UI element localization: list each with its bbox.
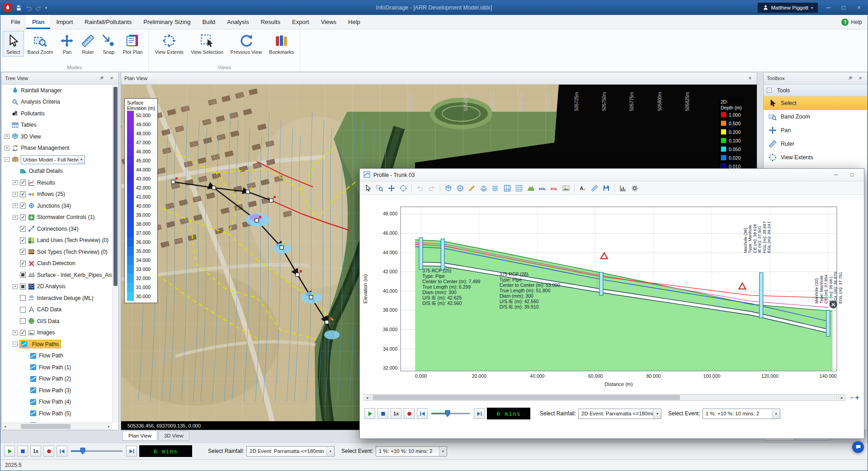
rainfall-dropdown[interactable]: 2D Event: Parramatta <=180min▾	[246, 446, 335, 457]
play-button[interactable]	[4, 446, 15, 457]
scroll-left-icon[interactable]: ◂	[2, 424, 8, 428]
tree-item-outfall-details[interactable]: Outfall Details	[2, 166, 112, 177]
cross-sections-icon[interactable]	[502, 183, 513, 194]
tree-item-images[interactable]: +Images	[2, 327, 112, 339]
tree-checkbox[interactable]	[20, 180, 26, 186]
rainfall-dropdown[interactable]: 2D Event: Parramatta <=180min▾	[578, 409, 661, 419]
profile-window-titlebar[interactable]: Profile - Trunk 03 ─ □	[360, 169, 864, 181]
settings-icon[interactable]	[629, 183, 640, 194]
tree-item-interactive-deluge-ml[interactable]: Interactive Deluge (ML)	[2, 292, 112, 304]
tree-expander-icon[interactable]: +	[13, 180, 18, 185]
tree-item-urban-model-full-network-sto[interactable]: −Urban Model - Full Network (Sto▾	[2, 154, 112, 166]
pin-icon[interactable]	[98, 76, 105, 81]
menu-tab-file[interactable]: File	[5, 15, 26, 29]
event-dropdown[interactable]: 1 %: +10 %: 10 mins: 2▾	[376, 446, 447, 457]
record-button[interactable]	[43, 446, 54, 457]
toolbox-item-pan[interactable]: Pan	[764, 124, 867, 137]
tools-section-header[interactable]: − Tools	[764, 85, 867, 96]
menu-tab-rainfall-pollutants[interactable]: Rainfall/Pollutants	[79, 15, 137, 29]
snap-button[interactable]: Snap	[98, 31, 119, 57]
menu-tab-plan[interactable]: Plan	[26, 15, 50, 29]
menu-tab-views[interactable]: Views	[315, 15, 342, 29]
tree-expander-icon[interactable]: +	[5, 134, 9, 139]
profile-scrollbar[interactable]	[372, 394, 837, 401]
pan-icon[interactable]	[386, 183, 397, 194]
pin-icon[interactable]	[847, 76, 854, 81]
scroll-right-icon[interactable]: ▸	[106, 424, 112, 428]
tree-vertical-scrollbar[interactable]	[112, 85, 118, 423]
tree-horizontal-scrollbar[interactable]: ◂ ▸	[2, 423, 112, 430]
play-button[interactable]	[364, 408, 375, 419]
view-extents-icon[interactable]	[398, 183, 409, 194]
tree-item-pollutants[interactable]: Pollutants	[2, 108, 112, 119]
tree-item-phase-management[interactable]: +Phase Management	[2, 143, 112, 154]
tree-item-flow-path-4[interactable]: Flow Path (4)	[2, 396, 112, 408]
zoom-window-icon[interactable]	[374, 183, 385, 194]
event-dropdown[interactable]: 1 %: +10 %: 10 mins: 2▾	[703, 409, 780, 419]
tree-checkbox[interactable]	[20, 226, 26, 232]
menu-tab-build[interactable]: Build	[196, 15, 221, 29]
tree-item-land-uses-tech-preview-0[interactable]: Land Uses (Tech Preview) (0)	[2, 235, 112, 247]
customize-icon[interactable]: ▾	[45, 6, 47, 10]
maximize-button[interactable]: □	[844, 169, 860, 181]
tree-expander-icon[interactable]: +	[13, 203, 18, 208]
select-icon[interactable]	[363, 183, 373, 194]
toolbox-item-ruler[interactable]: Ruler	[764, 137, 867, 151]
chart-options-icon[interactable]	[618, 183, 628, 194]
tree-expander-icon[interactable]: −	[13, 342, 18, 347]
compass-icon[interactable]	[455, 183, 466, 194]
redo-icon[interactable]	[426, 183, 437, 194]
stop-button[interactable]	[17, 446, 28, 457]
tree-expander-icon[interactable]: +	[13, 192, 18, 197]
skip-end-button[interactable]	[126, 446, 137, 457]
view-tab-3d-view[interactable]: 3D View	[158, 431, 189, 441]
tree-item-flow-paths[interactable]: −Flow Paths	[2, 338, 112, 350]
menu-tab-export[interactable]: Export	[286, 15, 315, 29]
tree-checkbox[interactable]	[20, 272, 26, 278]
tree-item-flow-path-1[interactable]: Flow Path (1)	[2, 362, 112, 373]
toolbox-item-select[interactable]: Select	[764, 96, 867, 110]
speed-button[interactable]: 1x	[30, 446, 41, 457]
undo-icon[interactable]	[415, 183, 425, 194]
tree-item-connections-34[interactable]: Connections (34)	[2, 223, 112, 235]
tree-checkbox[interactable]	[20, 203, 26, 209]
tree-checkbox[interactable]	[20, 330, 26, 336]
maximize-button[interactable]: □	[836, 0, 851, 15]
close-icon[interactable]: ×	[108, 75, 115, 81]
tree-checkbox[interactable]	[20, 307, 26, 313]
tree-item-inflows-25[interactable]: +Inflows (25)	[2, 189, 112, 200]
redo-icon[interactable]	[35, 5, 42, 11]
bookmarks-button[interactable]: Bookmarks	[265, 31, 297, 57]
tree-expander-icon[interactable]: −	[5, 157, 9, 162]
view-selection-button[interactable]: View Selection	[187, 31, 227, 57]
plot-plan-button[interactable]: Plot Plan	[119, 31, 146, 57]
tree-item-junctions-34[interactable]: +Junctions (34)	[2, 200, 112, 212]
view-tab-plan-view[interactable]: Plan View	[123, 431, 157, 441]
close-icon[interactable]: ×	[857, 75, 864, 81]
toolbox-item-view-extents[interactable]: View Extents	[764, 151, 867, 164]
profile-chart[interactable]: 32.00034.00036.00038.00040.00042.00044.0…	[361, 195, 863, 390]
tree-checkbox[interactable]	[20, 284, 26, 290]
tree-item-3d-view[interactable]: +3D View	[2, 131, 112, 143]
undo-icon[interactable]	[25, 5, 32, 11]
hgl-icon[interactable]: HGL	[537, 183, 548, 194]
tree-item-gis-data[interactable]: GIS Data	[2, 315, 112, 327]
tree-item-rainfall-manager[interactable]: Rainfall Manager	[2, 85, 112, 96]
tree-expander-icon[interactable]: +	[13, 284, 18, 289]
tree-item-stormwater-controls-1[interactable]: +Stormwater Controls (1)	[2, 212, 112, 224]
menu-tab-results[interactable]: Results	[255, 15, 286, 29]
tree-item-results[interactable]: +Results	[2, 177, 112, 189]
tree-item-flow-path-5[interactable]: Flow Path (5)	[2, 408, 112, 419]
ruler-button[interactable]: Ruler	[77, 31, 98, 57]
view-extents-button[interactable]: View Extents	[151, 31, 187, 57]
band-zoom-button[interactable]: Band Zoom	[24, 31, 57, 57]
time-slider[interactable]	[430, 409, 472, 419]
tree-item-flow-path[interactable]: Flow Path	[2, 350, 112, 362]
previous-view-button[interactable]: Previous View	[227, 31, 266, 57]
tree-item-2d-analysis[interactable]: +2D Analysis	[2, 281, 112, 293]
tree-checkbox[interactable]	[20, 249, 26, 255]
water-levels-icon[interactable]	[490, 183, 501, 194]
help-link[interactable]: ? Help	[841, 15, 862, 29]
annotate-icon[interactable]: A	[577, 183, 588, 194]
zoom-out-button[interactable]: −	[850, 394, 854, 401]
